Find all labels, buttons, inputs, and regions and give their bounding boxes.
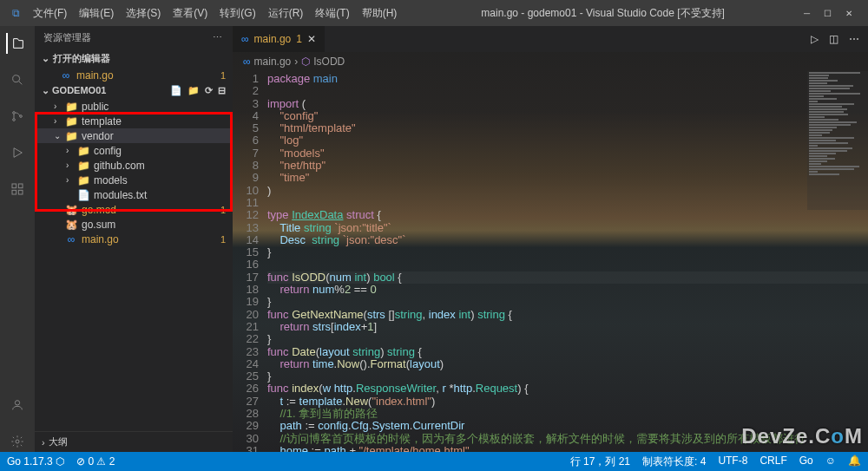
status-bar: Go 1.17.3 ⬡ ⊘ 0 ⚠ 2 行 17，列 21 制表符长度: 4 U…	[0, 452, 868, 471]
tree-item[interactable]: ›📁public	[35, 99, 233, 114]
menu-item[interactable]: 查看(V)	[168, 3, 213, 24]
explorer-icon[interactable]	[6, 33, 27, 54]
chevron-right-icon: ›	[66, 146, 76, 155]
status-cursor-position[interactable]: 行 17，列 21	[570, 455, 630, 469]
project-section[interactable]: ⌄ GODEMO01 📄 📁 ⟳ ⊟	[35, 82, 233, 99]
explorer-title: 资源管理器	[43, 31, 91, 44]
tree-item[interactable]: ∞main.go1	[35, 232, 233, 246]
svg-point-2	[13, 119, 16, 121]
tree-item[interactable]: 📄modules.txt	[35, 187, 233, 202]
menu-item[interactable]: 转到(G)	[214, 3, 260, 24]
menu-item[interactable]: 选择(S)	[121, 3, 166, 24]
titlebar: ⧉ 文件(F)编辑(E)选择(S)查看(V)转到(G)运行(R)终端(T)帮助(…	[0, 0, 868, 26]
run-debug-icon[interactable]	[7, 142, 28, 163]
svg-point-1	[13, 112, 16, 114]
status-encoding[interactable]: UTF-8	[718, 455, 747, 469]
minimize-button[interactable]: ─	[804, 9, 810, 18]
chevron-down-icon: ⌄	[54, 131, 64, 141]
settings-gear-icon[interactable]	[7, 431, 28, 452]
maximize-button[interactable]: ☐	[824, 9, 832, 18]
status-go-version[interactable]: Go 1.17.3 ⬡	[7, 455, 64, 468]
tree-item[interactable]: ⌄📁vendor	[35, 128, 233, 143]
svg-rect-5	[18, 184, 23, 188]
sidebar-explorer: 资源管理器 ⋯ ⌄ 打开的编辑器 ∞ main.go 1 ⌄ GODEMO01 …	[35, 26, 233, 452]
window-controls: ─ ☐ ✕	[804, 9, 865, 18]
watermark: DevZe.CoM	[741, 424, 863, 448]
chevron-right-icon: ›	[42, 437, 45, 448]
file-icon: ∞	[64, 233, 78, 245]
close-button[interactable]: ✕	[845, 9, 852, 18]
chevron-right-icon: ›	[66, 160, 76, 170]
blank	[54, 234, 64, 244]
svg-rect-4	[12, 184, 16, 188]
minimap[interactable]	[807, 71, 868, 210]
file-icon: 📁	[76, 145, 90, 157]
status-bell-icon[interactable]: 🔔	[848, 455, 861, 469]
line-numbers: 1234567891011121314151617181920212223242…	[233, 71, 267, 452]
blank	[66, 190, 76, 200]
collapse-icon[interactable]: ⊟	[218, 85, 226, 96]
status-feedback-icon[interactable]: ☺	[825, 455, 836, 469]
file-tree: ›📁public›📁template⌄📁vendor›📁config›📁gith…	[35, 99, 233, 431]
svg-point-0	[13, 75, 20, 82]
window-title: main.go - godemo01 - Visual Studio Code …	[402, 6, 804, 21]
status-eol[interactable]: CRLF	[760, 455, 786, 469]
tree-item[interactable]: 🐹go.mod1	[35, 202, 233, 217]
account-icon[interactable]	[7, 395, 28, 415]
open-editor-item[interactable]: ∞ main.go 1	[35, 68, 233, 82]
editor-tabs: ∞ main.go 1 ✕ ▷ ◫ ⋯	[233, 26, 868, 52]
symbol-function-icon: ⬡	[301, 56, 310, 68]
chevron-right-icon: ›	[66, 175, 76, 185]
tree-item[interactable]: 🐹go.sum	[35, 217, 233, 232]
editor: ∞ main.go 1 ✕ ▷ ◫ ⋯ ∞ main.go › ⬡ IsODD …	[233, 26, 868, 452]
chevron-down-icon: ⌄	[42, 85, 49, 95]
source-control-icon[interactable]	[7, 106, 28, 127]
new-file-icon[interactable]: 📄	[170, 85, 182, 96]
tree-item[interactable]: ›📁models	[35, 173, 233, 187]
chevron-down-icon: ⌄	[42, 53, 49, 64]
go-file-icon: ∞	[243, 56, 251, 68]
file-icon: 📁	[76, 160, 90, 172]
file-icon: 📁	[64, 130, 78, 142]
chevron-right-icon: ›	[54, 116, 64, 126]
split-editor-icon[interactable]: ◫	[829, 33, 838, 45]
code-area[interactable]: 1234567891011121314151617181920212223242…	[233, 71, 868, 452]
menu-item[interactable]: 帮助(H)	[357, 3, 403, 24]
tab-close-icon[interactable]: ✕	[307, 33, 316, 45]
outline-section[interactable]: › 大纲	[35, 431, 233, 452]
open-editors-section[interactable]: ⌄ 打开的编辑器	[35, 49, 233, 68]
menu-item[interactable]: 文件(F)	[28, 3, 72, 24]
run-icon[interactable]: ▷	[811, 33, 819, 45]
extensions-icon[interactable]	[7, 179, 28, 200]
go-file-icon: ∞	[59, 69, 73, 82]
tree-item[interactable]: ›📁config	[35, 143, 233, 158]
explorer-more-icon[interactable]: ⋯	[213, 32, 224, 43]
svg-point-8	[15, 401, 19, 405]
file-icon: 🐹	[64, 219, 78, 231]
tab-main-go[interactable]: ∞ main.go 1 ✕	[233, 26, 326, 52]
code-lines[interactable]: package mainimport ( "config" "html/temp…	[267, 71, 868, 452]
menu-bar: 文件(F)编辑(E)选择(S)查看(V)转到(G)运行(R)终端(T)帮助(H)	[28, 3, 402, 24]
refresh-icon[interactable]: ⟳	[205, 85, 213, 96]
menu-item[interactable]: 终端(T)	[310, 3, 354, 24]
vscode-logo-icon: ⧉	[3, 7, 28, 19]
file-icon: 📁	[64, 115, 78, 128]
blank	[54, 219, 64, 229]
svg-rect-6	[12, 190, 16, 194]
file-icon: 🐹	[64, 204, 78, 216]
menu-item[interactable]: 运行(R)	[263, 3, 309, 24]
tree-item[interactable]: ›📁github.com	[35, 158, 233, 173]
file-icon: 📁	[64, 101, 78, 113]
search-icon[interactable]	[7, 69, 28, 90]
menu-item[interactable]: 编辑(E)	[74, 3, 119, 24]
tree-item[interactable]: ›📁template	[35, 114, 233, 128]
status-problems[interactable]: ⊘ 0 ⚠ 2	[76, 455, 115, 468]
go-file-icon: ∞	[241, 33, 249, 45]
breadcrumb[interactable]: ∞ main.go › ⬡ IsODD	[233, 52, 868, 71]
status-language[interactable]: Go	[799, 455, 813, 469]
svg-point-9	[16, 440, 19, 443]
status-tab-size[interactable]: 制表符长度: 4	[642, 455, 706, 469]
file-icon: 📁	[76, 174, 90, 186]
new-folder-icon[interactable]: 📁	[187, 85, 200, 96]
more-actions-icon[interactable]: ⋯	[849, 33, 859, 45]
